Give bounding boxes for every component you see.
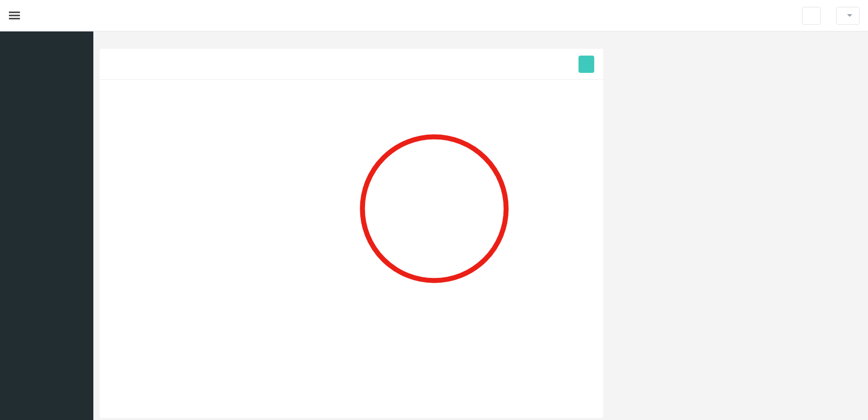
add-product-button[interactable] xyxy=(578,56,594,73)
card-header xyxy=(100,49,603,80)
table-header-row xyxy=(100,80,603,104)
user-dropdown[interactable] xyxy=(836,7,860,25)
product-list-card xyxy=(100,49,603,418)
top-bar xyxy=(0,0,868,31)
hamburger-menu-icon[interactable] xyxy=(8,8,21,23)
main-content xyxy=(93,31,868,420)
sidebar xyxy=(0,31,93,420)
chevron-down-icon xyxy=(847,14,852,17)
topbar-right xyxy=(802,7,860,25)
pending-review-badge[interactable] xyxy=(802,7,821,25)
